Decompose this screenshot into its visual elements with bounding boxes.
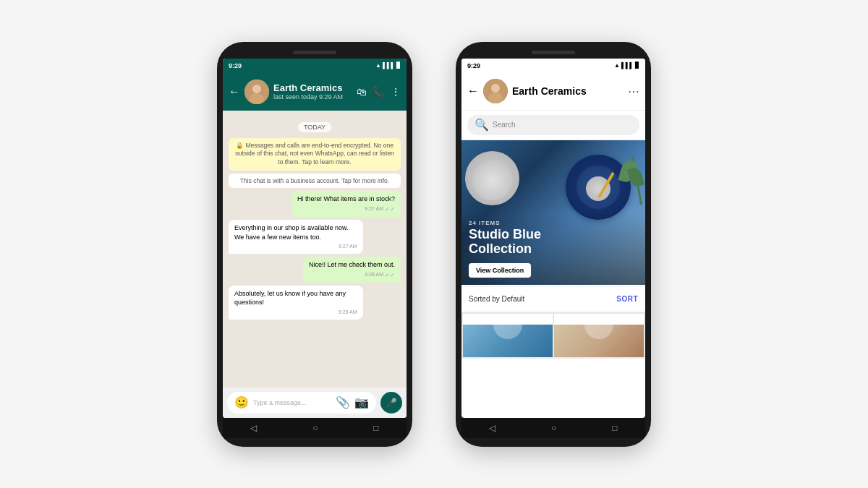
chat-header: ← Earth Ceramics last seen today 9:29 AM	[223, 73, 407, 111]
home-nav-icon[interactable]: ○	[312, 423, 318, 433]
shop-info: Earth Ceramics	[512, 85, 624, 97]
wifi-icon: ▲	[375, 62, 381, 69]
sort-label: Sorted by Default	[469, 295, 524, 303]
scene: 9:29 ▲ ▌▌▌ ▊ ←	[0, 0, 868, 488]
call-icon[interactable]: 📞	[373, 86, 385, 98]
message-text: Everything in our shop is available now.…	[234, 224, 349, 241]
avatar-image	[244, 80, 269, 104]
message-time: 9:27 AM	[234, 243, 357, 250]
message-recv-1: Everything in our shop is available now.…	[229, 220, 363, 254]
sort-bar: Sorted by Default SORT	[461, 286, 645, 312]
phone-chat: 9:29 ▲ ▌▌▌ ▊ ←	[217, 42, 412, 447]
gray-plate-2	[472, 160, 512, 200]
product-card-2[interactable]	[554, 314, 644, 357]
status-bar-chat: 9:29 ▲ ▌▌▌ ▊	[223, 59, 407, 73]
product-grid	[461, 312, 645, 359]
contact-info: Earth Ceramics last seen today 9:29 AM	[273, 82, 352, 100]
encryption-notice[interactable]: 🔒 Messages and calls are end-to-end encr…	[229, 138, 401, 171]
shop-more-icon[interactable]: ⋯	[628, 85, 639, 98]
status-time: 9:29	[229, 62, 242, 69]
camera-icon[interactable]: 📷	[354, 395, 369, 409]
home-nav-icon-shop[interactable]: ○	[551, 423, 556, 433]
message-time: 9:29 AM	[234, 309, 357, 316]
battery-icon-shop: ▊	[635, 62, 639, 69]
header-icons: 🛍 📞 ⋮	[357, 86, 401, 98]
chat-messages: TODAY 🔒 Messages and calls are end-to-en…	[223, 111, 407, 388]
view-collection-button[interactable]: View Collection	[469, 263, 531, 278]
search-placeholder: Search	[493, 121, 516, 129]
search-icon: 🔍	[475, 118, 489, 132]
encryption-text: 🔒 Messages and calls are end-to-end encr…	[235, 142, 394, 166]
status-icons-shop: ▲ ▌▌▌ ▊	[614, 62, 639, 69]
attachment-icon[interactable]: 📎	[336, 395, 350, 409]
speaker-left	[293, 51, 336, 54]
message-text: Nice!! Let me check them out.	[309, 261, 395, 268]
home-bar-shop: ◁ ○ □	[461, 418, 645, 438]
phone-shop: 9:29 ▲ ▌▌▌ ▊ ←	[456, 42, 651, 447]
search-input[interactable]: 🔍 Search	[467, 115, 639, 135]
chat-input-area: 🙂 Type a message... 📎 📷 🎤	[223, 388, 407, 418]
sort-button[interactable]: SORT	[616, 295, 638, 303]
banner-overlay: 24 ITEMS Studio BlueCollection View Coll…	[461, 213, 645, 285]
contact-avatar[interactable]	[244, 80, 269, 104]
recents-nav-icon[interactable]: □	[373, 423, 378, 433]
collection-banner: 24 ITEMS Studio BlueCollection View Coll…	[461, 140, 645, 285]
message-sent-2: Nice!! Let me check them out. 9:29 AM ✓✓	[303, 257, 401, 283]
status-icons: ▲ ▌▌▌ ▊	[375, 62, 401, 69]
message-time: 9:29 AM ✓✓	[309, 271, 395, 279]
status-bar-shop: 9:29 ▲ ▌▌▌ ▊	[461, 59, 645, 73]
message-time: 9:27 AM ✓✓	[297, 205, 395, 213]
business-notice[interactable]: This chat is with a business account. Ta…	[229, 174, 401, 188]
product-image-1	[463, 325, 553, 357]
battery-icon: ▊	[396, 62, 401, 69]
back-nav-icon[interactable]: ◁	[250, 423, 257, 433]
shop-avatar[interactable]	[483, 79, 508, 103]
contact-name: Earth Ceramics	[273, 82, 352, 93]
message-text: Absolutely, let us know if you have any …	[234, 290, 346, 307]
read-receipt: ✓✓	[385, 205, 395, 213]
date-divider: TODAY	[229, 119, 401, 132]
date-label-text: TODAY	[298, 122, 331, 132]
mic-icon: 🎤	[386, 398, 397, 408]
message-recv-2: Absolutely, let us know if you have any …	[229, 286, 363, 320]
emoji-icon[interactable]: 🙂	[234, 395, 249, 409]
message-input[interactable]: 🙂 Type a message... 📎 📷	[227, 392, 376, 414]
bowl-decoration-2	[584, 325, 613, 339]
shop-icon[interactable]: 🛍	[357, 86, 367, 98]
banner-item-count: 24 ITEMS	[469, 220, 638, 226]
home-bar-chat: ◁ ○ □	[223, 418, 407, 438]
chat-screen: 9:29 ▲ ▌▌▌ ▊ ←	[223, 59, 407, 418]
banner-title: Studio BlueCollection	[469, 228, 638, 257]
business-text: This chat is with a business account. Ta…	[240, 177, 389, 184]
status-time-shop: 9:29	[467, 62, 480, 69]
signal-icon: ▌▌▌	[383, 62, 395, 69]
product-image-2	[554, 325, 644, 357]
back-nav-icon-shop[interactable]: ◁	[489, 423, 495, 433]
mic-button[interactable]: 🎤	[380, 392, 402, 414]
shop-avatar-image	[483, 79, 508, 103]
search-bar: 🔍 Search	[461, 111, 645, 140]
speaker-right	[532, 51, 575, 54]
contact-status: last seen today 9:29 AM	[273, 93, 352, 100]
recents-nav-icon-shop[interactable]: □	[612, 423, 617, 433]
message-sent-1: Hi there! What items are in stock? 9:27 …	[292, 191, 401, 217]
shop-back-button[interactable]: ←	[467, 85, 479, 98]
shop-screen: 9:29 ▲ ▌▌▌ ▊ ←	[461, 59, 645, 418]
signal-icon-shop: ▌▌▌	[621, 62, 634, 69]
back-button[interactable]: ←	[229, 85, 240, 98]
svg-point-4	[491, 84, 500, 93]
shop-name: Earth Ceramics	[512, 85, 624, 97]
message-text: Hi there! What items are in stock?	[297, 195, 395, 202]
svg-point-1	[252, 85, 261, 93]
wifi-icon-shop: ▲	[614, 62, 620, 69]
product-card-1[interactable]	[463, 314, 553, 357]
bowl-decoration	[493, 325, 522, 339]
shop-header: ← Earth Ceramics ⋯	[461, 73, 645, 111]
more-icon[interactable]: ⋮	[391, 86, 401, 98]
input-placeholder: Type a message...	[253, 399, 331, 406]
read-receipt: ✓✓	[385, 271, 395, 279]
